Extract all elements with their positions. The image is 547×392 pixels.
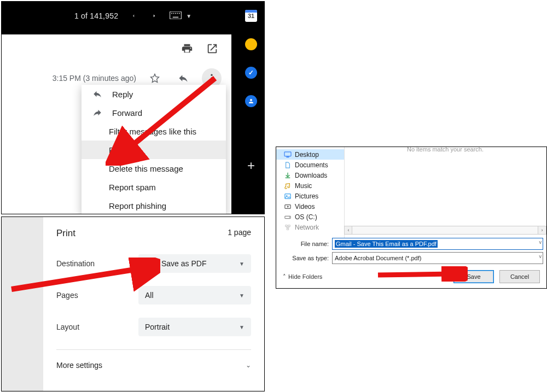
layout-select[interactable]: Portrait ▼ bbox=[138, 318, 251, 336]
tree-desktop[interactable]: Desktop bbox=[276, 149, 344, 160]
tree-music[interactable]: Music bbox=[276, 180, 344, 191]
tree-pictures[interactable]: Pictures bbox=[276, 191, 344, 201]
network-icon bbox=[284, 224, 292, 231]
menu-report-phishing[interactable]: Report phishing bbox=[82, 196, 226, 214]
save-dialog-panel: Desktop Documents Downloads Music Pictur… bbox=[276, 147, 547, 289]
destination-label: Destination bbox=[56, 259, 138, 268]
file-name-input[interactable]: Gmail - Save This Email as a PDF.pdf v bbox=[332, 238, 543, 250]
svg-rect-0 bbox=[170, 11, 182, 19]
pages-select[interactable]: All ▼ bbox=[138, 286, 251, 305]
svg-rect-3 bbox=[175, 13, 176, 14]
message-counter: 1 of 141,952 bbox=[74, 11, 118, 20]
scroll-right-button[interactable]: › bbox=[538, 226, 546, 235]
layout-label: Layout bbox=[56, 323, 138, 331]
menu-forward[interactable]: Forward bbox=[82, 103, 226, 122]
dropdown-icon[interactable]: v bbox=[539, 254, 542, 259]
svg-rect-19 bbox=[286, 225, 287, 226]
svg-rect-2 bbox=[173, 13, 174, 14]
chevron-down-icon: ⌄ bbox=[246, 361, 251, 369]
file-list-pane: No items match your search. ‹ › bbox=[344, 147, 546, 235]
horizontal-scrollbar[interactable] bbox=[352, 226, 539, 235]
no-items-label: No items match your search. bbox=[344, 147, 546, 153]
svg-point-8 bbox=[211, 77, 212, 79]
menu-delete[interactable]: Delete this message bbox=[82, 159, 226, 178]
print-title: Print bbox=[56, 228, 75, 239]
contacts-addon-icon[interactable] bbox=[238, 87, 264, 115]
menu-reply[interactable]: Reply bbox=[82, 85, 226, 103]
tree-osc[interactable]: OS (C:) bbox=[276, 212, 344, 222]
chevron-up-icon: ˄ bbox=[283, 273, 286, 280]
gmail-addon-strip: 31 + bbox=[238, 2, 264, 214]
svg-point-9 bbox=[211, 80, 212, 82]
prev-message-button[interactable] bbox=[128, 10, 139, 21]
svg-rect-5 bbox=[179, 13, 180, 14]
message-timestamp: 3:15 PM (3 minutes ago) bbox=[53, 74, 136, 83]
documents-icon bbox=[284, 162, 292, 168]
folder-tree: Desktop Documents Downloads Music Pictur… bbox=[276, 147, 345, 239]
svg-rect-12 bbox=[284, 151, 291, 156]
input-tools-icon[interactable] bbox=[170, 11, 182, 21]
svg-rect-4 bbox=[177, 13, 178, 14]
chevron-down-icon: ▼ bbox=[239, 324, 245, 330]
pdf-file-icon bbox=[145, 259, 155, 268]
tree-downloads[interactable]: Downloads bbox=[276, 170, 344, 180]
videos-icon bbox=[284, 203, 292, 210]
svg-rect-20 bbox=[288, 225, 290, 226]
svg-point-7 bbox=[211, 74, 212, 76]
chevron-down-icon: ▼ bbox=[239, 261, 245, 267]
save-button[interactable]: Save bbox=[453, 270, 494, 283]
keep-addon-icon[interactable] bbox=[238, 30, 264, 58]
desktop-icon bbox=[284, 151, 292, 158]
add-addon-button[interactable]: + bbox=[238, 158, 264, 173]
menu-print[interactable]: Print bbox=[82, 141, 226, 159]
pictures-icon bbox=[284, 193, 292, 200]
print-page-count: 1 page bbox=[228, 228, 251, 239]
save-as-type-select[interactable]: Adobe Acrobat Document (*.pdf) v bbox=[332, 252, 543, 264]
file-name-label: File name: bbox=[280, 241, 332, 247]
save-as-type-label: Save as type: bbox=[280, 255, 332, 261]
print-all-icon[interactable] bbox=[181, 43, 193, 57]
svg-rect-1 bbox=[171, 13, 172, 14]
tree-network[interactable]: Network bbox=[276, 222, 344, 232]
svg-rect-6 bbox=[173, 16, 179, 17]
destination-select[interactable]: Save as PDF ▼ bbox=[138, 254, 251, 273]
svg-point-18 bbox=[289, 217, 290, 218]
message-more-menu: Reply Forward Filter messages like this … bbox=[82, 85, 226, 214]
svg-rect-14 bbox=[285, 194, 290, 198]
hide-folders-toggle[interactable]: ˄ Hide Folders bbox=[283, 273, 322, 280]
cancel-button[interactable]: Cancel bbox=[499, 270, 540, 283]
svg-rect-21 bbox=[287, 228, 288, 230]
drive-icon bbox=[284, 214, 292, 220]
dropdown-icon[interactable]: v bbox=[539, 239, 542, 245]
pages-label: Pages bbox=[56, 291, 138, 300]
svg-rect-13 bbox=[286, 156, 289, 157]
more-settings-toggle[interactable]: More settings ⌄ bbox=[56, 349, 251, 370]
gmail-panel: 1 of 141,952 ▼ 31 + bbox=[1, 1, 265, 214]
downloads-icon bbox=[284, 172, 292, 179]
calendar-addon-icon[interactable]: 31 bbox=[238, 2, 264, 30]
print-preview-area bbox=[2, 217, 43, 391]
tasks-addon-icon[interactable] bbox=[238, 58, 264, 87]
music-icon bbox=[284, 183, 292, 189]
tree-videos[interactable]: Videos bbox=[276, 201, 344, 212]
input-tools-chevron-icon[interactable]: ▼ bbox=[186, 13, 191, 19]
tree-documents[interactable]: Documents bbox=[276, 160, 344, 170]
open-new-window-icon[interactable] bbox=[206, 43, 218, 57]
chevron-down-icon: ▼ bbox=[239, 292, 245, 299]
menu-report-spam[interactable]: Report spam bbox=[82, 178, 226, 196]
menu-filter[interactable]: Filter messages like this bbox=[82, 122, 226, 141]
gmail-topbar: 1 of 141,952 ▼ bbox=[2, 2, 264, 30]
next-message-button[interactable] bbox=[149, 10, 160, 21]
print-dialog-panel: Print 1 page Destination Save as PDF ▼ P… bbox=[1, 217, 265, 391]
